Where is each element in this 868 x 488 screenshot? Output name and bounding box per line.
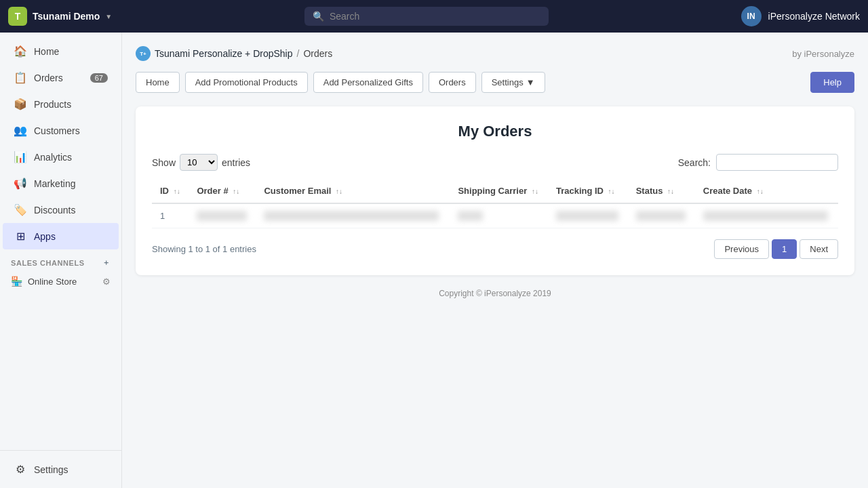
col-header-email[interactable]: Customer Email ↑↓ — [256, 179, 450, 203]
user-menu[interactable]: IN iPersonalyze Network — [741, 6, 860, 26]
sidebar-bottom: ⚙ Settings — [0, 450, 121, 483]
settings-gear-icon[interactable]: ⚙ — [102, 277, 111, 287]
apps-icon: ⊞ — [14, 230, 27, 243]
table-controls: Show 102550100 entries Search: — [152, 154, 838, 171]
entries-select[interactable]: 102550100 — [180, 154, 218, 171]
sort-icon: ↑↓ — [757, 188, 764, 195]
sidebar-item-orders[interactable]: 📋 Orders 67 — [3, 64, 119, 91]
card-title: My Orders — [152, 123, 838, 140]
sort-icon: ↑↓ — [174, 188, 180, 195]
home-icon: 🏠 — [14, 45, 27, 58]
settings-button[interactable]: Settings ▼ — [481, 72, 545, 93]
app-logo: T+ — [136, 46, 151, 61]
sort-icon: ↑↓ — [608, 188, 615, 195]
pagination: Showing 1 to 1 of 1 entries Previous 1 N… — [152, 239, 838, 259]
sidebar-item-customers[interactable]: 👥 Customers — [3, 117, 119, 144]
cell-orderNum: ████████ — [189, 203, 256, 228]
sidebar-label-products: Products — [34, 99, 71, 110]
showing-text: Showing 1 to 1 of 1 entries — [152, 244, 256, 254]
sidebar-label-orders: Orders — [34, 73, 63, 83]
orders-icon: 📋 — [14, 71, 27, 84]
sidebar-label-marketing: Marketing — [34, 178, 75, 189]
page-header: T+ Tsunami Personalize + DropShip / Orde… — [136, 46, 854, 61]
footer: Copyright © iPersonalyze 2019 — [136, 275, 854, 312]
sales-channels-header: SALES CHANNELS ＋ — [0, 249, 121, 270]
by-text: by iPersonalyze — [792, 49, 854, 59]
sidebar-item-online-store[interactable]: 🏪 Online Store ⚙ — [0, 270, 121, 292]
settings-icon: ⚙ — [14, 463, 27, 476]
breadcrumb-separator: / — [297, 48, 300, 59]
help-button[interactable]: Help — [810, 72, 854, 93]
sort-icon: ↑↓ — [667, 188, 674, 195]
col-header-id[interactable]: ID ↑↓ — [152, 179, 189, 203]
sidebar: 🏠 Home 📋 Orders 67 📦 Products 👥 Customer… — [0, 33, 122, 488]
shop-name: Tsunami Demo — [33, 11, 100, 22]
sort-icon: ↑↓ — [336, 188, 342, 195]
sidebar-item-products[interactable]: 📦 Products — [3, 91, 119, 117]
store-icon: 🏪 — [11, 276, 22, 287]
sort-icon: ↑↓ — [532, 188, 538, 195]
col-header-carrier[interactable]: Shipping Carrier ↑↓ — [450, 179, 548, 203]
orders-card: My Orders Show 102550100 entries Search:… — [136, 106, 854, 275]
analytics-icon: 📊 — [14, 150, 27, 163]
cell-id: 1 — [152, 203, 189, 228]
layout: 🏠 Home 📋 Orders 67 📦 Products 👥 Customer… — [0, 33, 868, 488]
next-button[interactable]: Next — [800, 239, 838, 259]
badge-orders: 67 — [90, 73, 108, 83]
orders-table: ID ↑↓Order # ↑↓Customer Email ↑↓Shipping… — [152, 179, 838, 228]
global-search-input[interactable] — [330, 11, 540, 22]
sidebar-label-analytics: Analytics — [34, 152, 72, 163]
products-icon: 📦 — [14, 98, 27, 110]
col-header-status[interactable]: Status ↑↓ — [628, 179, 695, 203]
previous-button[interactable]: Previous — [714, 239, 769, 259]
page-1-button[interactable]: 1 — [772, 239, 797, 259]
sort-icon: ↑↓ — [233, 188, 239, 195]
col-header-createDate[interactable]: Create Date ↑↓ — [695, 179, 838, 203]
sidebar-label-apps: Apps — [34, 231, 56, 242]
cell-status: ████████ — [628, 203, 695, 228]
sidebar-label-customers: Customers — [34, 125, 80, 136]
breadcrumb: T+ Tsunami Personalize + DropShip / Orde… — [136, 46, 332, 61]
cell-createDate: ████████████████████ — [695, 203, 838, 228]
sidebar-label-home: Home — [34, 46, 59, 57]
cell-email: ████████████████████████████ — [256, 203, 450, 228]
search-filter: Search: — [678, 154, 838, 171]
breadcrumb-current: Orders — [303, 48, 332, 59]
redacted-value: ████████████████████ — [703, 211, 828, 221]
marketing-icon: 📢 — [14, 177, 27, 190]
shop-icon: T — [8, 7, 27, 26]
shop-selector[interactable]: T Tsunami Demo ▼ — [8, 7, 112, 26]
redacted-value: ████████ — [636, 211, 686, 221]
user-name: iPersonalyze Network — [768, 11, 860, 22]
add-sales-channel-button[interactable]: ＋ — [102, 258, 111, 268]
top-nav: T Tsunami Demo ▼ 🔍 IN iPersonalyze Netwo… — [0, 0, 868, 33]
sidebar-item-home[interactable]: 🏠 Home — [3, 38, 119, 64]
chevron-down-icon: ▼ — [105, 13, 112, 20]
sidebar-item-analytics[interactable]: 📊 Analytics — [3, 144, 119, 170]
col-header-trackingId[interactable]: Tracking ID ↑↓ — [548, 179, 628, 203]
table-search-input[interactable] — [716, 154, 838, 171]
col-header-orderNum[interactable]: Order # ↑↓ — [189, 179, 256, 203]
sidebar-item-apps[interactable]: ⊞ Apps — [3, 223, 119, 249]
sidebar-item-settings[interactable]: ⚙ Settings — [3, 456, 119, 483]
global-search-bar[interactable]: 🔍 — [304, 7, 549, 26]
show-entries: Show 102550100 entries — [152, 154, 250, 171]
page-buttons: Previous 1 Next — [714, 239, 838, 259]
sidebar-item-marketing[interactable]: 📢 Marketing — [3, 170, 119, 197]
discounts-icon: 🏷️ — [14, 203, 27, 216]
chevron-down-icon: ▼ — [526, 77, 535, 87]
search-icon: 🔍 — [313, 11, 324, 22]
copyright-text: Copyright © iPersonalyze 2019 — [439, 289, 551, 298]
customers-icon: 👥 — [14, 124, 27, 137]
redacted-value: ██████████ — [556, 211, 618, 221]
sidebar-item-discounts[interactable]: 🏷️ Discounts — [3, 197, 119, 223]
home-button[interactable]: Home — [136, 72, 180, 93]
redacted-value: ████ — [458, 211, 483, 221]
cell-carrier: ████ — [450, 203, 548, 228]
avatar: IN — [741, 6, 762, 26]
search-label: Search: — [678, 157, 711, 168]
orders-button[interactable]: Orders — [429, 72, 476, 93]
add-gifts-button[interactable]: Add Personalized Gifts — [313, 72, 423, 93]
table-row: 1███████████████████████████████████████… — [152, 203, 838, 228]
add-promo-button[interactable]: Add Promotional Products — [185, 72, 308, 93]
